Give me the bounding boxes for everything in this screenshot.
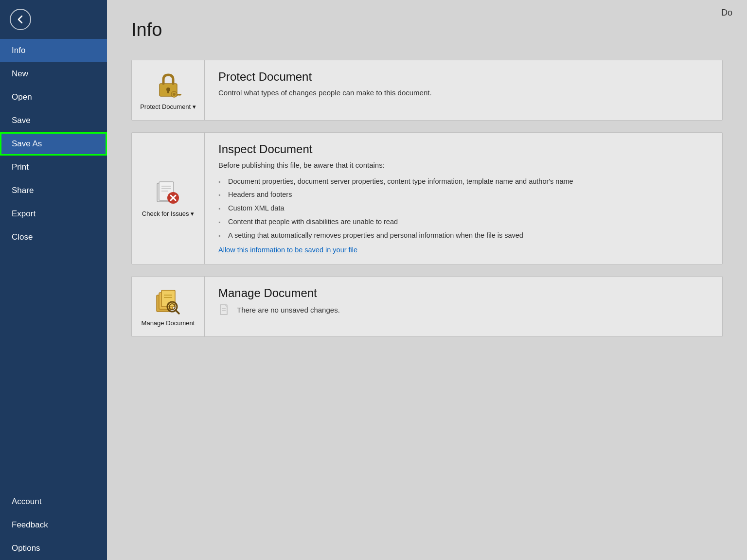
manage-document-button[interactable]: Manage Document: [132, 277, 205, 336]
sidebar-bottom: Account Feedback Options: [0, 490, 107, 560]
manage-document-title: Manage Document: [218, 286, 709, 300]
sidebar-item-save-as[interactable]: Save As: [0, 132, 107, 156]
sidebar-item-options[interactable]: Options: [0, 537, 107, 560]
manage-document-body: Manage Document There are no unsaved cha…: [205, 277, 722, 336]
manage-document-desc: There are no unsaved changes.: [237, 305, 340, 316]
svg-line-23: [176, 310, 179, 314]
document-title: Do: [721, 8, 732, 18]
sidebar-item-open[interactable]: Open: [0, 86, 107, 109]
allow-info-link[interactable]: Allow this information to be saved in yo…: [218, 246, 357, 254]
bullet-item: Document properties, document server pro…: [218, 175, 709, 189]
bullet-item: Custom XML data: [218, 202, 709, 215]
sidebar: Info New Open Save Save As Print Share E…: [0, 0, 107, 560]
protect-document-title: Protect Document: [218, 70, 709, 84]
svg-rect-24: [220, 305, 227, 315]
svg-rect-2: [167, 90, 169, 93]
sidebar-item-new[interactable]: New: [0, 62, 107, 86]
manage-document-label: Manage Document: [142, 319, 195, 327]
svg-rect-6: [179, 94, 180, 96]
page-title: Info: [131, 19, 723, 40]
sidebar-item-info[interactable]: Info: [0, 39, 107, 62]
back-arrow-icon: [16, 15, 25, 24]
lock-key-icon: [154, 70, 183, 99]
sidebar-item-close[interactable]: Close: [0, 226, 107, 249]
protect-document-card: Protect Document ▾ Protect Document Cont…: [131, 60, 723, 121]
sidebar-nav: Info New Open Save Save As Print Share E…: [0, 39, 107, 560]
svg-rect-7: [178, 94, 178, 96]
check-issues-icon: [155, 179, 181, 206]
bullet-item: Content that people with disabilities ar…: [218, 215, 709, 229]
check-for-issues-label: Check for Issues ▾: [142, 210, 194, 217]
bullet-item: Headers and footers: [218, 188, 709, 202]
inspect-document-title: Inspect Document: [218, 142, 709, 156]
inspect-document-before: Before publishing this file, be aware th…: [218, 160, 709, 171]
manage-document-card: Manage Document Manage Document There ar…: [131, 276, 723, 337]
protect-document-button[interactable]: Protect Document ▾: [132, 60, 205, 120]
svg-point-4: [173, 93, 176, 96]
sidebar-item-account[interactable]: Account: [0, 490, 107, 513]
manage-description-row: There are no unsaved changes.: [218, 304, 709, 316]
sidebar-item-save[interactable]: Save: [0, 109, 107, 132]
back-button-area[interactable]: [0, 0, 107, 39]
sidebar-item-share[interactable]: Share: [0, 179, 107, 202]
protect-document-label: Protect Document ▾: [140, 103, 196, 110]
protect-document-desc: Control what types of changes people can…: [218, 88, 709, 99]
check-for-issues-button[interactable]: Check for Issues ▾: [132, 133, 205, 264]
sidebar-item-export[interactable]: Export: [0, 202, 107, 226]
unsaved-changes-icon: [218, 304, 231, 316]
sidebar-item-print[interactable]: Print: [0, 156, 107, 179]
inspect-bullets: Document properties, document server pro…: [218, 175, 709, 243]
inspect-document-body: Inspect Document Before publishing this …: [205, 133, 722, 264]
svg-rect-5: [177, 94, 181, 95]
sidebar-item-feedback[interactable]: Feedback: [0, 513, 107, 537]
protect-document-body: Protect Document Control what types of c…: [205, 60, 722, 120]
inspect-document-card: Check for Issues ▾ Inspect Document Befo…: [131, 132, 723, 264]
manage-docs-icon: [154, 286, 183, 315]
bullet-item: A setting that automatically removes pro…: [218, 229, 709, 243]
main-content: Info: [107, 0, 747, 368]
back-button[interactable]: [10, 9, 31, 30]
